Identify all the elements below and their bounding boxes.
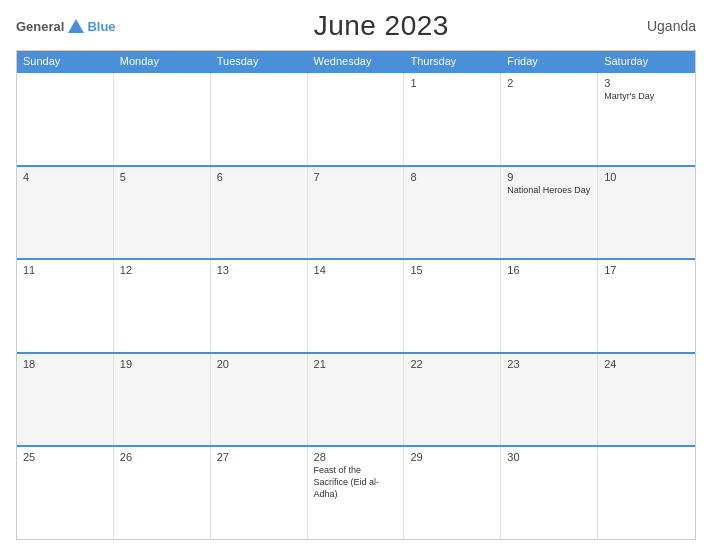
day-cell-w4-d6 <box>598 447 695 539</box>
day-cell-w2-d3: 14 <box>308 260 405 352</box>
day-number: 27 <box>217 451 301 463</box>
header-tuesday: Tuesday <box>211 51 308 71</box>
page: General Blue June 2023 Uganda Sunday Mon… <box>0 0 712 550</box>
logo-blue: Blue <box>87 19 115 34</box>
week-row-2: 456789National Heroes Day10 <box>17 165 695 259</box>
day-number: 2 <box>507 77 591 89</box>
holiday-name: Feast of the Sacrifice (Eid al-Adha) <box>314 465 398 500</box>
day-cell-w1-d1: 5 <box>114 167 211 259</box>
day-number: 29 <box>410 451 494 463</box>
day-headers: Sunday Monday Tuesday Wednesday Thursday… <box>17 51 695 71</box>
day-number: 12 <box>120 264 204 276</box>
day-cell-w1-d3: 7 <box>308 167 405 259</box>
day-number: 21 <box>314 358 398 370</box>
day-cell-w4-d4: 29 <box>404 447 501 539</box>
day-number: 16 <box>507 264 591 276</box>
header: General Blue June 2023 Uganda <box>16 10 696 42</box>
day-cell-w0-d5: 2 <box>501 73 598 165</box>
header-sunday: Sunday <box>17 51 114 71</box>
header-thursday: Thursday <box>404 51 501 71</box>
week-row-3: 11121314151617 <box>17 258 695 352</box>
day-cell-w2-d2: 13 <box>211 260 308 352</box>
day-number: 28 <box>314 451 398 463</box>
day-number: 17 <box>604 264 689 276</box>
week-row-5: 25262728Feast of the Sacrifice (Eid al-A… <box>17 445 695 539</box>
day-cell-w0-d0 <box>17 73 114 165</box>
day-cell-w0-d2 <box>211 73 308 165</box>
svg-marker-0 <box>68 19 84 33</box>
day-cell-w3-d1: 19 <box>114 354 211 446</box>
day-cell-w0-d6: 3Martyr's Day <box>598 73 695 165</box>
day-cell-w3-d5: 23 <box>501 354 598 446</box>
country-label: Uganda <box>647 18 696 34</box>
weeks: 123Martyr's Day456789National Heroes Day… <box>17 71 695 539</box>
logo-triangle-icon <box>67 17 85 35</box>
day-number: 13 <box>217 264 301 276</box>
day-cell-w0-d1 <box>114 73 211 165</box>
day-number: 5 <box>120 171 204 183</box>
day-number: 23 <box>507 358 591 370</box>
day-cell-w3-d4: 22 <box>404 354 501 446</box>
day-number: 10 <box>604 171 689 183</box>
day-number: 30 <box>507 451 591 463</box>
day-number: 24 <box>604 358 689 370</box>
day-number: 1 <box>410 77 494 89</box>
week-row-1: 123Martyr's Day <box>17 71 695 165</box>
day-cell-w3-d0: 18 <box>17 354 114 446</box>
day-number: 7 <box>314 171 398 183</box>
day-cell-w4-d1: 26 <box>114 447 211 539</box>
day-cell-w0-d3 <box>308 73 405 165</box>
week-row-4: 18192021222324 <box>17 352 695 446</box>
day-cell-w2-d1: 12 <box>114 260 211 352</box>
day-cell-w1-d0: 4 <box>17 167 114 259</box>
day-cell-w4-d3: 28Feast of the Sacrifice (Eid al-Adha) <box>308 447 405 539</box>
day-cell-w4-d0: 25 <box>17 447 114 539</box>
day-number: 11 <box>23 264 107 276</box>
day-number: 26 <box>120 451 204 463</box>
day-number: 15 <box>410 264 494 276</box>
day-number: 8 <box>410 171 494 183</box>
header-saturday: Saturday <box>598 51 695 71</box>
day-number: 3 <box>604 77 689 89</box>
day-cell-w1-d4: 8 <box>404 167 501 259</box>
header-monday: Monday <box>114 51 211 71</box>
holiday-name: Martyr's Day <box>604 91 689 103</box>
day-cell-w3-d2: 20 <box>211 354 308 446</box>
header-wednesday: Wednesday <box>308 51 405 71</box>
holiday-name: National Heroes Day <box>507 185 591 197</box>
day-number: 6 <box>217 171 301 183</box>
day-number: 20 <box>217 358 301 370</box>
day-number: 22 <box>410 358 494 370</box>
day-cell-w0-d4: 1 <box>404 73 501 165</box>
day-cell-w2-d6: 17 <box>598 260 695 352</box>
day-cell-w3-d3: 21 <box>308 354 405 446</box>
day-cell-w2-d5: 16 <box>501 260 598 352</box>
day-cell-w1-d2: 6 <box>211 167 308 259</box>
day-number: 14 <box>314 264 398 276</box>
day-cell-w2-d4: 15 <box>404 260 501 352</box>
day-cell-w4-d2: 27 <box>211 447 308 539</box>
day-number: 18 <box>23 358 107 370</box>
calendar: Sunday Monday Tuesday Wednesday Thursday… <box>16 50 696 540</box>
logo-general: General <box>16 19 64 34</box>
day-number: 9 <box>507 171 591 183</box>
day-cell-w3-d6: 24 <box>598 354 695 446</box>
logo: General Blue <box>16 17 116 35</box>
day-cell-w2-d0: 11 <box>17 260 114 352</box>
day-number: 19 <box>120 358 204 370</box>
day-cell-w1-d6: 10 <box>598 167 695 259</box>
day-cell-w1-d5: 9National Heroes Day <box>501 167 598 259</box>
day-number: 25 <box>23 451 107 463</box>
day-cell-w4-d5: 30 <box>501 447 598 539</box>
calendar-title: June 2023 <box>314 10 449 42</box>
header-friday: Friday <box>501 51 598 71</box>
day-number: 4 <box>23 171 107 183</box>
